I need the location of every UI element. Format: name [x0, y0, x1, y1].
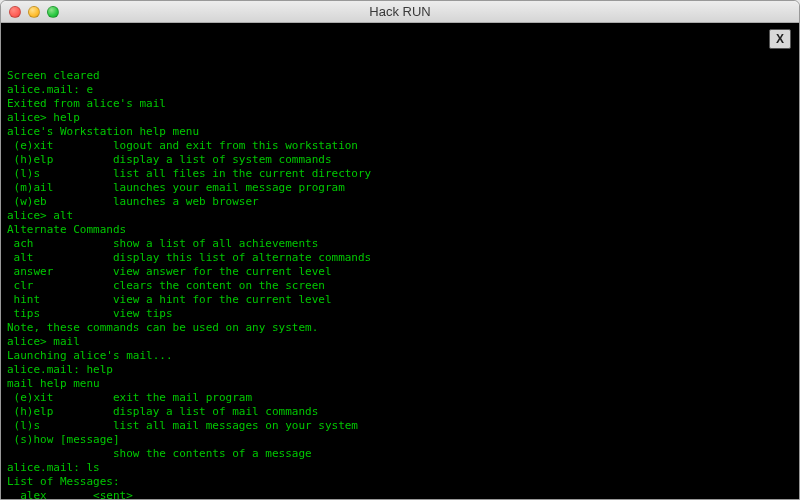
terminal-line: alice's Workstation help menu: [7, 125, 793, 139]
terminal-line: Exited from alice's mail: [7, 97, 793, 111]
terminal-line: alice.mail: e: [7, 83, 793, 97]
terminal-line: (e)xit exit the mail program: [7, 391, 793, 405]
terminal-line: Launching alice's mail...: [7, 349, 793, 363]
terminal-line: Note, these commands can be used on any …: [7, 321, 793, 335]
terminal-view[interactable]: X Screen clearedalice.mail: eExited from…: [1, 23, 799, 499]
terminal-line: alice.mail: help: [7, 363, 793, 377]
minimize-traffic-icon[interactable]: [28, 6, 40, 18]
terminal-line: Screen cleared: [7, 69, 793, 83]
terminal-line: (w)eb launches a web browser: [7, 195, 793, 209]
terminal-line: (l)s list all mail messages on your syst…: [7, 419, 793, 433]
terminal-line: alice> alt: [7, 209, 793, 223]
terminal-line: Alternate Commands: [7, 223, 793, 237]
terminal-line: (s)how [message]: [7, 433, 793, 447]
close-traffic-icon[interactable]: [9, 6, 21, 18]
titlebar[interactable]: Hack RUN: [1, 1, 799, 23]
terminal-line: (h)elp display a list of system commands: [7, 153, 793, 167]
terminal-line: mail help menu: [7, 377, 793, 391]
quit-button-label: X: [776, 32, 784, 46]
terminal-line: alice> mail: [7, 335, 793, 349]
terminal-line: alice> help: [7, 111, 793, 125]
window-title: Hack RUN: [1, 4, 799, 19]
terminal-line: answer view answer for the current level: [7, 265, 793, 279]
terminal-line: ach show a list of all achievements: [7, 237, 793, 251]
terminal-line: List of Messages:: [7, 475, 793, 489]
terminal-output: Screen clearedalice.mail: eExited from a…: [7, 69, 793, 499]
terminal-line: (e)xit logout and exit from this worksta…: [7, 139, 793, 153]
terminal-line: alt display this list of alternate comma…: [7, 251, 793, 265]
terminal-line: (h)elp display a list of mail commands: [7, 405, 793, 419]
zoom-traffic-icon[interactable]: [47, 6, 59, 18]
terminal-line: alice.mail: ls: [7, 461, 793, 475]
terminal-line: clr clears the content on the screen: [7, 279, 793, 293]
terminal-line: (l)s list all files in the current direc…: [7, 167, 793, 181]
app-window: Hack RUN X Screen clearedalice.mail: eEx…: [0, 0, 800, 500]
traffic-lights: [9, 6, 59, 18]
terminal-line: hint view a hint for the current level: [7, 293, 793, 307]
terminal-line: show the contents of a message: [7, 447, 793, 461]
terminal-line: tips view tips: [7, 307, 793, 321]
quit-button[interactable]: X: [769, 29, 791, 49]
terminal-line: alex <sent>: [7, 489, 793, 499]
terminal-line: (m)ail launches your email message progr…: [7, 181, 793, 195]
